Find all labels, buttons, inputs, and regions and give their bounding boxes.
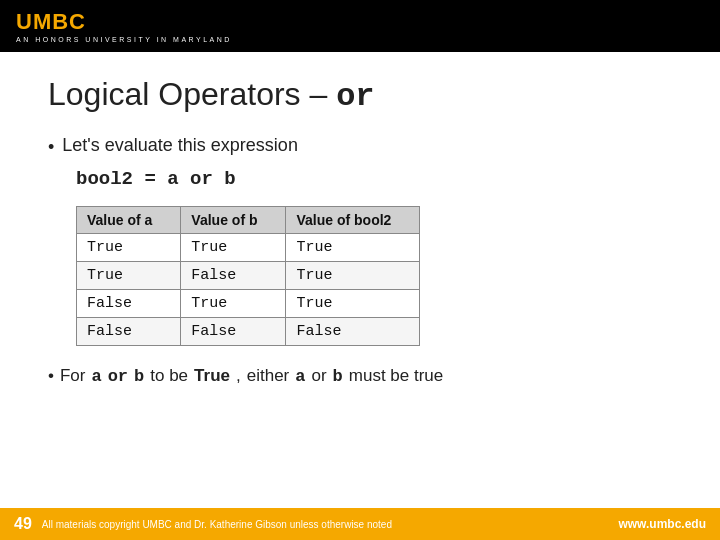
page-title: Logical Operators – or [48, 76, 672, 115]
bullet-dot-2: • [48, 366, 54, 386]
cell-b2: False [181, 262, 286, 290]
footer-page-number: 49 [14, 515, 32, 533]
bullet2-post: either [247, 366, 290, 386]
bullet2-code-or: or [108, 367, 128, 386]
bullet1-text: Let's evaluate this expression [62, 135, 298, 156]
footer-url: www.umbc.edu [618, 517, 706, 531]
cell-r3: True [286, 290, 420, 318]
title-code: or [336, 78, 374, 115]
table-row: False True True [77, 290, 420, 318]
cell-b3: True [181, 290, 286, 318]
bullet2-code-b: b [134, 367, 144, 386]
truth-table: Value of a Value of b Value of bool2 Tru… [76, 206, 420, 346]
logo-subtitle: AN HONORS UNIVERSITY IN MARYLAND [16, 36, 232, 43]
bullet2-or2: or [311, 366, 326, 386]
table-row: False False False [77, 318, 420, 346]
cell-a1: True [77, 234, 181, 262]
bullet2-pre: For [60, 366, 86, 386]
table-row: True True True [77, 234, 420, 262]
bullet2-mid: to be [150, 366, 188, 386]
cell-a3: False [77, 290, 181, 318]
bullet2-b: b [333, 367, 343, 386]
bullet-dot-1: • [48, 137, 54, 158]
table-body: True True True True False True False Tru… [77, 234, 420, 346]
cell-b4: False [181, 318, 286, 346]
bullet2-code-a: a [91, 367, 101, 386]
cell-b1: True [181, 234, 286, 262]
header-bar: UMBC AN HONORS UNIVERSITY IN MARYLAND [0, 0, 720, 52]
bullet-item-2: • For a or b to be True, either a or b m… [48, 366, 672, 386]
logo-umbc: UMBC [16, 9, 86, 35]
cell-r1: True [286, 234, 420, 262]
footer-copyright: All materials copyright UMBC and Dr. Kat… [42, 519, 392, 530]
title-text: Logical Operators – [48, 76, 336, 112]
table-row: True False True [77, 262, 420, 290]
bullet2-a: a [295, 367, 305, 386]
cell-a4: False [77, 318, 181, 346]
bullet-item-1: • Let's evaluate this expression [48, 135, 672, 158]
bullet2-end: must be true [349, 366, 444, 386]
footer-left: 49 All materials copyright UMBC and Dr. … [14, 515, 392, 533]
cell-r4: False [286, 318, 420, 346]
bullet2-comma: , [236, 366, 241, 386]
footer-bar: 49 All materials copyright UMBC and Dr. … [0, 508, 720, 540]
code-expression: bool2 = a or b [76, 168, 672, 190]
logo-container: UMBC AN HONORS UNIVERSITY IN MARYLAND [16, 9, 232, 43]
cell-r2: True [286, 262, 420, 290]
cell-a2: True [77, 262, 181, 290]
col-header-a: Value of a [77, 207, 181, 234]
col-header-b: Value of b [181, 207, 286, 234]
main-content: Logical Operators – or • Let's evaluate … [0, 52, 720, 398]
col-header-bool2: Value of bool2 [286, 207, 420, 234]
bullet-section-1: • Let's evaluate this expression bool2 =… [48, 135, 672, 190]
table-header-row: Value of a Value of b Value of bool2 [77, 207, 420, 234]
bullet2-bold: True [194, 366, 230, 386]
